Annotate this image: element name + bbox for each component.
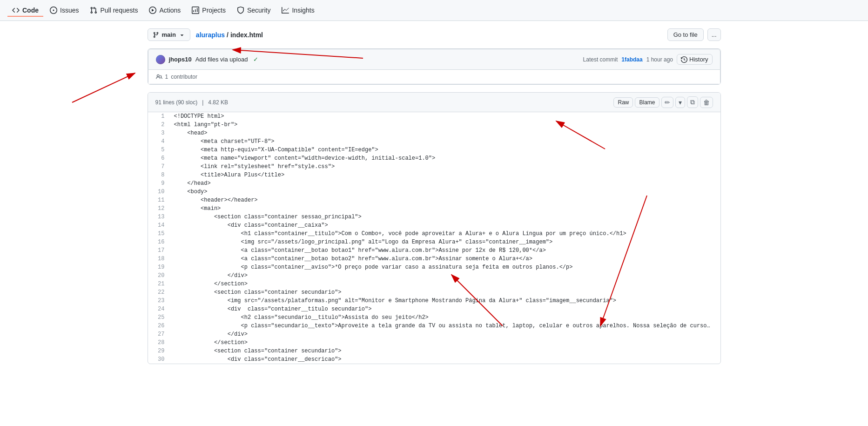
table-row: 4 <meta charset="UTF-8">	[148, 137, 720, 146]
table-row: 12 <main>	[148, 204, 720, 213]
commit-author[interactable]: jhops10	[169, 56, 192, 63]
line-number[interactable]: 21	[148, 280, 170, 288]
main-content: main aluraplus / index.html Go to file .…	[136, 21, 732, 372]
chevron-down-icon	[179, 32, 185, 38]
history-button[interactable]: History	[677, 54, 712, 65]
history-label: History	[689, 56, 708, 63]
line-number[interactable]: 29	[148, 347, 170, 355]
line-number[interactable]: 9	[148, 179, 170, 188]
nav-code[interactable]: Code	[7, 4, 43, 17]
nav-pull-requests-label: Pull requests	[100, 7, 138, 14]
commit-section: jhops10 Add files via upload ✓ Latest co…	[148, 48, 721, 85]
line-number[interactable]: 14	[148, 221, 170, 230]
branch-icon	[153, 32, 159, 38]
nav-issues-label: Issues	[60, 7, 79, 14]
line-number[interactable]: 27	[148, 330, 170, 338]
line-number[interactable]: 25	[148, 313, 170, 322]
nav-actions[interactable]: Actions	[144, 4, 185, 17]
line-number[interactable]: 10	[148, 188, 170, 196]
line-number[interactable]: 3	[148, 129, 170, 137]
commit-hash[interactable]: 1fabdaa	[621, 56, 642, 63]
line-number[interactable]: 26	[148, 322, 170, 330]
line-number[interactable]: 15	[148, 230, 170, 238]
line-number[interactable]: 28	[148, 338, 170, 347]
table-row: 9 </head>	[148, 179, 720, 188]
line-number[interactable]: 5	[148, 146, 170, 154]
nav-security-label: Security	[247, 7, 271, 14]
line-number[interactable]: 23	[148, 297, 170, 305]
commit-time: 1 hour ago	[646, 56, 673, 63]
projects-icon	[192, 7, 199, 14]
line-number[interactable]: 30	[148, 355, 170, 364]
table-row: 7 <link rel="stylesheet" href="style.css…	[148, 162, 720, 171]
nav-security[interactable]: Security	[232, 4, 276, 17]
line-code: </div>	[170, 271, 720, 280]
line-code: <meta http-equiv="X-UA-Compatible" conte…	[170, 146, 720, 154]
code-actions: Raw Blame ✏ ▾ ⧉ 🗑	[613, 96, 713, 108]
filename: index.html	[230, 31, 263, 39]
table-row: 17 <a class="container__botao botao1" hr…	[148, 246, 720, 255]
line-code: <meta charset="UTF-8">	[170, 137, 720, 146]
repo-link[interactable]: aluraplus	[196, 31, 225, 39]
lines-info: 91 lines (90 sloc)	[155, 99, 198, 106]
security-icon	[237, 7, 244, 14]
line-number[interactable]: 22	[148, 288, 170, 297]
line-number[interactable]: 24	[148, 305, 170, 313]
table-row: 26 <p class="secundario__texto">Aproveit…	[148, 322, 720, 330]
nav-projects-label: Projects	[202, 7, 226, 14]
line-number[interactable]: 13	[148, 213, 170, 221]
line-number[interactable]: 19	[148, 263, 170, 271]
actions-icon	[149, 7, 156, 14]
commit-right: Latest commit 1fabdaa 1 hour ago History	[583, 54, 713, 65]
line-number[interactable]: 18	[148, 255, 170, 263]
line-number[interactable]: 11	[148, 196, 170, 204]
code-info: 91 lines (90 sloc) | 4.82 KB	[155, 99, 229, 106]
table-row: 8 <title>Alura Plus</title>	[148, 171, 720, 179]
table-row: 13 <section class="container sessao_prin…	[148, 213, 720, 221]
edit-button[interactable]: ✏	[661, 97, 673, 108]
line-number[interactable]: 2	[148, 121, 170, 129]
nav-actions-label: Actions	[159, 7, 181, 14]
top-nav: Code Issues Pull requests Actions Projec…	[0, 0, 868, 21]
file-header-left: main aluraplus / index.html	[148, 28, 263, 41]
goto-file-button[interactable]: Go to file	[667, 28, 704, 41]
table-row: 5 <meta http-equiv="X-UA-Compatible" con…	[148, 146, 720, 154]
line-number[interactable]: 6	[148, 154, 170, 162]
line-code: <a class="container__botao botao2" href=…	[170, 255, 720, 263]
commit-left: jhops10 Add files via upload ✓	[156, 55, 259, 64]
branch-selector[interactable]: main	[148, 28, 190, 41]
insights-icon	[282, 7, 289, 14]
line-number[interactable]: 12	[148, 204, 170, 213]
more-options-button[interactable]: ...	[707, 28, 721, 41]
contributor-label: contributor	[171, 74, 197, 80]
nav-insights-label: Insights	[292, 7, 314, 14]
line-number[interactable]: 17	[148, 246, 170, 255]
nav-issues[interactable]: Issues	[45, 4, 83, 17]
branch-name: main	[162, 31, 176, 38]
delete-button[interactable]: 🗑	[700, 97, 713, 108]
nav-insights[interactable]: Insights	[277, 4, 319, 17]
line-number[interactable]: 7	[148, 162, 170, 171]
nav-projects[interactable]: Projects	[187, 4, 230, 17]
line-code: </div>	[170, 330, 720, 338]
line-number[interactable]: 16	[148, 238, 170, 246]
edit-dropdown-button[interactable]: ▾	[675, 97, 685, 108]
line-code: <section class="container sessao_princip…	[170, 213, 720, 221]
line-code: <p class="container__aviso">*O preço pod…	[170, 263, 720, 271]
raw-button[interactable]: Raw	[613, 97, 633, 108]
line-number[interactable]: 4	[148, 137, 170, 146]
nav-pull-requests[interactable]: Pull requests	[85, 4, 142, 17]
nav-code-label: Code	[22, 7, 39, 14]
line-code: <div class="container__caixa">	[170, 221, 720, 230]
blame-button[interactable]: Blame	[635, 97, 659, 108]
contributors-bar: 1 contributor	[148, 70, 720, 84]
line-code: <p class="secundario__texto">Aproveite a…	[170, 322, 720, 330]
copy-button[interactable]: ⧉	[687, 96, 698, 108]
line-number[interactable]: 8	[148, 171, 170, 179]
line-code: <main>	[170, 204, 720, 213]
line-number[interactable]: 20	[148, 271, 170, 280]
line-code: </head>	[170, 179, 720, 188]
line-code: <div class="container__descricao">	[170, 355, 720, 364]
table-row: 24 <div class="container__titulo secunda…	[148, 305, 720, 313]
line-number[interactable]: 1	[148, 112, 170, 121]
